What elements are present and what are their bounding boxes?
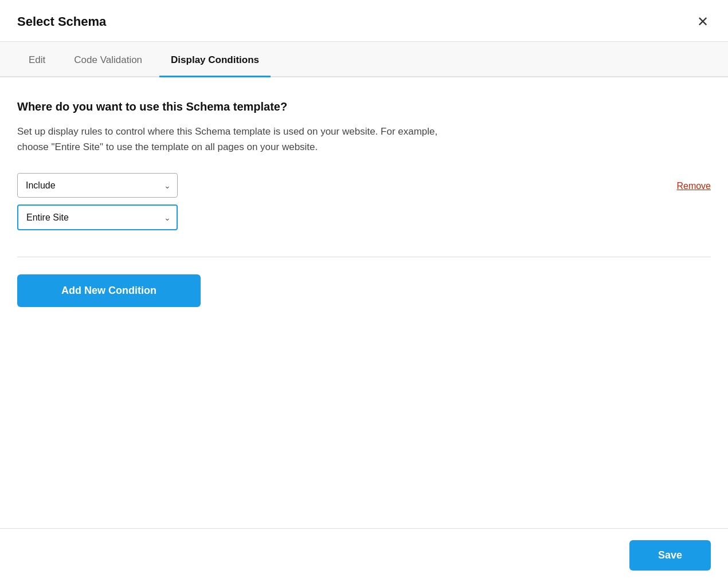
save-button[interactable]: Save bbox=[629, 540, 711, 571]
tabs-bar: Edit Code Validation Display Conditions bbox=[0, 42, 728, 77]
condition-divider bbox=[17, 257, 711, 257]
modal-body: Where do you want to use this Schema tem… bbox=[0, 77, 728, 528]
section-title: Where do you want to use this Schema tem… bbox=[17, 100, 711, 113]
modal-header: Select Schema ✕ bbox=[0, 0, 728, 42]
location-select-wrapper: Entire Site Home Page Blog Posts Single … bbox=[17, 205, 178, 230]
location-select[interactable]: Entire Site Home Page Blog Posts Single … bbox=[17, 205, 178, 230]
tab-edit[interactable]: Edit bbox=[17, 42, 57, 76]
condition-selects: Include Exclude ⌄ Entire Site Home Page … bbox=[17, 173, 178, 230]
tab-display-conditions[interactable]: Display Conditions bbox=[159, 42, 271, 76]
include-select-wrapper: Include Exclude ⌄ bbox=[17, 173, 178, 198]
section-description: Set up display rules to control where th… bbox=[17, 124, 447, 155]
add-condition-button[interactable]: Add New Condition bbox=[17, 274, 201, 307]
modal-title: Select Schema bbox=[17, 14, 106, 29]
remove-button[interactable]: Remove bbox=[676, 173, 711, 191]
modal-footer: Save bbox=[0, 528, 728, 582]
close-button[interactable]: ✕ bbox=[695, 13, 711, 31]
tab-code-validation[interactable]: Code Validation bbox=[62, 42, 154, 76]
include-select[interactable]: Include Exclude bbox=[17, 173, 178, 198]
condition-row: Include Exclude ⌄ Entire Site Home Page … bbox=[17, 173, 711, 230]
modal-container: Select Schema ✕ Edit Code Validation Dis… bbox=[0, 0, 728, 582]
